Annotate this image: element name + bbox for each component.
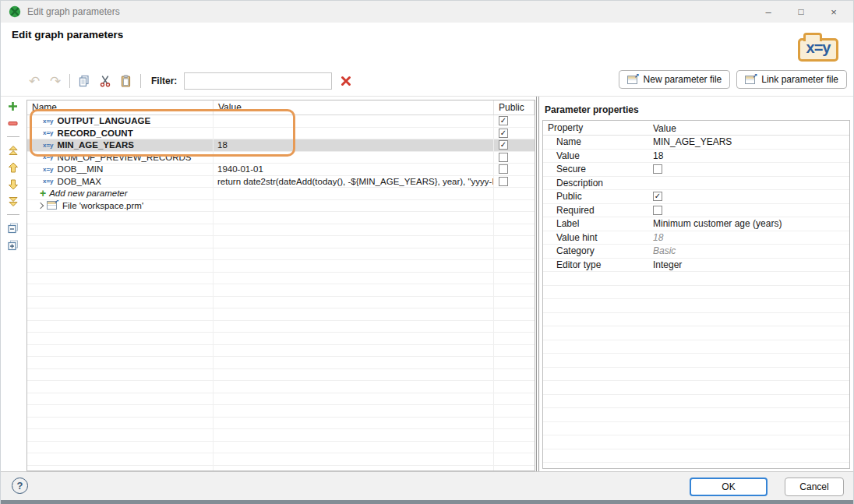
empty-cell [214,405,494,417]
filter-input[interactable] [184,72,332,90]
empty-cell [214,345,494,357]
property-value-text: 18 [653,232,663,243]
property-checkbox[interactable]: ✓ [653,192,662,201]
titlebar: Edit graph parameters – □ × [1,1,853,23]
chevron-right-icon[interactable] [37,203,44,209]
parameter-file-row[interactable]: ↗File 'workspace.prm' [27,200,535,213]
expand-all-icon[interactable] [7,239,19,251]
property-row[interactable]: Required [543,204,849,218]
public-checkbox[interactable] [499,177,508,186]
column-header-public[interactable]: Public [494,100,535,115]
window-title: Edit graph parameters [27,6,120,17]
empty-cell [494,248,535,260]
remove-parameter-icon[interactable] [7,118,19,129]
empty-cell [27,248,214,260]
param-row[interactable]: x=yDOB_MAXreturn date2str(dateAdd(today(… [27,176,535,189]
move-to-bottom-icon[interactable] [7,196,19,207]
dialog-footer: ? OK Cancel [1,471,853,500]
minimize-button[interactable]: – [752,1,785,23]
empty-cell [494,236,535,248]
property-row[interactable]: LabelMinimum customer age (years) [543,217,849,231]
panel-splitter[interactable] [536,97,539,472]
param-row[interactable]: x=yMIN_AGE_YEARS18✓ [27,139,535,152]
property-row[interactable]: NameMIN_AGE_YEARS [543,136,849,150]
public-checkbox[interactable]: ✓ [499,129,508,138]
cancel-button[interactable]: Cancel [785,478,844,496]
copy-icon[interactable] [77,74,91,88]
property-row[interactable]: Description [543,177,849,191]
property-label: Name [543,136,648,147]
move-down-icon[interactable] [7,178,19,190]
move-up-icon[interactable] [7,161,19,173]
property-row[interactable]: Public✓ [543,190,849,204]
paste-icon[interactable] [119,74,133,88]
property-value: ✓ [648,192,849,201]
empty-row [543,286,849,300]
add-parameter-row[interactable]: +Add new parameter [27,188,535,200]
empty-row [543,435,849,449]
property-row[interactable]: Value hint18 [543,231,849,245]
empty-cell [214,297,494,308]
ok-button[interactable]: OK [690,478,768,496]
empty-cell [494,357,535,368]
empty-cell [494,284,535,296]
empty-cell [214,466,494,472]
property-checkbox[interactable] [653,164,662,174]
param-name-cell: x=yOUTPUT_LANGUAGE [27,115,214,127]
empty-row [27,369,535,382]
property-value-text: MIN_AGE_YEARS [653,136,732,147]
link-parameter-file-button[interactable]: ↗ Link parameter file [736,70,847,89]
property-row[interactable]: Editor typeInteger [543,259,849,273]
toolbar: ↶ ↷ [1,66,853,96]
property-label: Secure [543,164,648,174]
plus-icon: + [40,188,46,199]
param-row[interactable]: x=yDOB__MIN1940-01-01 [27,164,535,176]
public-checkbox[interactable] [499,164,508,174]
empty-row [27,345,535,358]
redo-icon[interactable]: ↷ [48,74,62,88]
public-checkbox[interactable] [499,153,508,162]
empty-row [543,395,849,409]
property-label: Required [543,205,648,216]
empty-cell [494,453,535,465]
param-row[interactable]: x=yOUTPUT_LANGUAGE✓ [27,115,535,128]
help-icon[interactable]: ? [12,478,28,494]
property-checkbox[interactable] [653,206,662,215]
cut-icon[interactable] [98,74,112,88]
param-row[interactable]: x=yNUM_OF_PREVIEW_RECORDS [27,152,535,164]
param-value-cell: 18 [214,139,494,151]
empty-cell [494,345,535,357]
empty-cell [27,429,214,441]
column-header-name[interactable]: Name [27,100,214,115]
parameter-file-icon: ↗ [627,75,639,85]
empty-row [543,340,849,354]
property-row[interactable]: Secure [543,163,849,177]
empty-row [27,453,535,466]
move-to-top-icon[interactable] [7,144,19,156]
collapse-all-icon[interactable] [7,222,19,234]
empty-cell [494,321,535,333]
parameter-icon: x=y [43,178,54,185]
maximize-button[interactable]: □ [785,1,817,23]
param-row[interactable]: x=yRECORD_COUNT✓ [27,128,535,140]
public-checkbox[interactable]: ✓ [499,140,508,150]
column-header-value[interactable]: Value [214,100,494,115]
property-row[interactable]: Value18 [543,150,849,164]
close-button[interactable]: × [817,1,850,23]
public-checkbox[interactable]: ✓ [499,116,508,125]
empty-cell [27,308,214,320]
column-header-prop-value[interactable]: Value [648,121,849,135]
empty-row [27,418,535,430]
param-name: MIN_AGE_YEARS [58,140,134,150]
add-parameter-icon[interactable] [7,100,19,112]
property-row[interactable]: CategoryBasic [543,245,849,259]
new-parameter-file-button[interactable]: ↗ New parameter file [619,70,731,89]
property-value [648,206,849,215]
clear-filter-icon[interactable] [339,74,353,88]
property-label: Category [543,245,648,256]
param-name: OUTPUT_LANGUAGE [58,116,150,125]
properties-panel-title: Parameter properties [545,104,639,115]
undo-icon[interactable]: ↶ [27,74,41,88]
column-header-property[interactable]: Property [543,121,648,135]
parameter-icon: x=y [43,166,54,173]
